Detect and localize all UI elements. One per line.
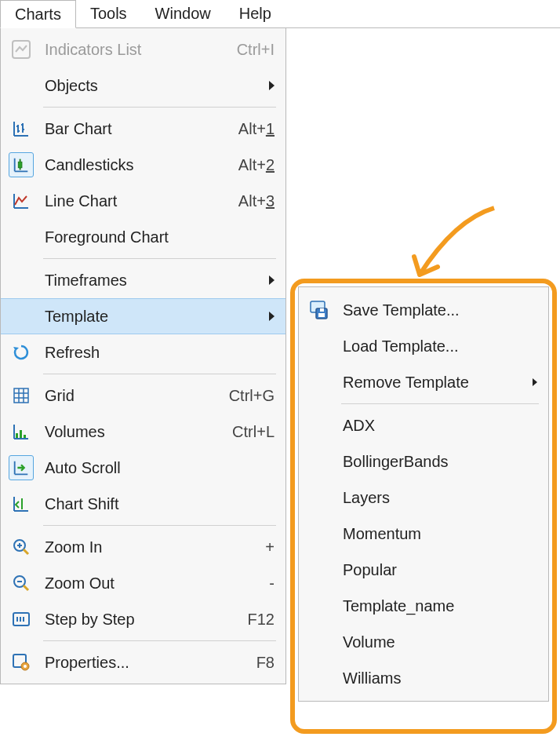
menu-bar-chart[interactable]: Bar Chart Alt+1 (1, 111, 285, 147)
blank-icon (307, 449, 332, 474)
chevron-right-icon (533, 378, 537, 386)
bar-chart-icon (9, 116, 34, 141)
menu-shortcut: - (269, 574, 275, 593)
autoscroll-icon (9, 455, 34, 480)
submenu-label: Momentum (343, 525, 537, 543)
submenu-label: ADX (343, 417, 537, 435)
submenu-separator (341, 403, 539, 404)
step-icon (9, 607, 34, 632)
chartshift-icon (9, 491, 34, 516)
submenu-label: Template_name (343, 597, 537, 615)
menubar-item-help[interactable]: Help (225, 0, 285, 27)
svg-rect-4 (16, 433, 18, 438)
menu-chart-shift[interactable]: Chart Shift (1, 486, 285, 522)
menu-shortcut: Alt+1 (238, 120, 275, 138)
volumes-icon (9, 419, 34, 444)
blank-icon (9, 224, 34, 250)
menu-label: Indicators List (45, 41, 226, 59)
submenu-template-momentum[interactable]: Momentum (299, 516, 548, 552)
menubar-item-charts[interactable]: Charts (0, 0, 76, 28)
submenu-label: Save Template... (343, 301, 537, 319)
menu-label: Timeframes (45, 272, 258, 290)
submenu-remove-template[interactable]: Remove Template (299, 364, 548, 400)
menu-foreground-chart[interactable]: Foreground Chart (1, 219, 285, 255)
menu-label: Chart Shift (45, 495, 275, 513)
menu-label: Foreground Chart (45, 228, 275, 246)
svg-line-8 (24, 549, 28, 554)
blank-icon (9, 304, 34, 329)
menu-candlesticks[interactable]: Candlesticks Alt+2 (1, 147, 285, 183)
menu-label: Grid (45, 387, 218, 405)
menu-label: Objects (45, 77, 258, 95)
menu-step-by-step[interactable]: Step by Step F12 (1, 601, 285, 637)
menu-indicators-list: Indicators List Ctrl+I (1, 31, 285, 67)
properties-icon (9, 650, 34, 675)
submenu-save-template[interactable]: Save Template... (299, 292, 548, 328)
menu-separator (43, 525, 276, 526)
menu-timeframes[interactable]: Timeframes (1, 262, 285, 298)
indicators-icon (9, 37, 34, 62)
svg-rect-5 (20, 430, 22, 438)
submenu-label: Volume (343, 633, 537, 651)
menu-shortcut: F8 (256, 654, 275, 672)
submenu-label: Popular (343, 561, 537, 579)
menu-label: Candlesticks (45, 156, 227, 174)
menu-volumes[interactable]: Volumes Ctrl+L (1, 414, 285, 450)
menu-grid[interactable]: Grid Ctrl+G (1, 377, 285, 414)
blank-icon (307, 413, 332, 438)
submenu-label: Williams (343, 669, 537, 687)
chevron-right-icon (269, 81, 275, 90)
menubar-item-window[interactable]: Window (141, 0, 225, 27)
menu-shortcut: Alt+3 (238, 192, 275, 210)
blank-icon (9, 73, 34, 98)
menu-refresh[interactable]: Refresh (1, 334, 285, 370)
menubar-item-tools[interactable]: Tools (76, 0, 141, 27)
submenu-template-layers[interactable]: Layers (299, 480, 548, 516)
grid-icon (9, 383, 34, 408)
blank-icon (307, 666, 332, 691)
candlestick-icon (9, 152, 34, 177)
submenu-template-name[interactable]: Template_name (299, 588, 548, 624)
submenu-label: Load Template... (343, 337, 537, 356)
submenu-load-template[interactable]: Load Template... (299, 328, 548, 364)
submenu-label: Remove Template (343, 374, 522, 392)
menu-label: Step by Step (45, 611, 237, 629)
menu-line-chart[interactable]: Line Chart Alt+3 (1, 183, 285, 219)
menu-label: Zoom In (45, 538, 254, 556)
menu-label: Zoom Out (45, 574, 258, 593)
chevron-right-icon (269, 312, 275, 321)
blank-icon (307, 370, 332, 395)
menu-objects[interactable]: Objects (1, 67, 285, 104)
menu-auto-scroll[interactable]: Auto Scroll (1, 450, 285, 486)
menubar: Charts Tools Window Help (0, 0, 560, 28)
menu-properties[interactable]: Properties... F8 (1, 644, 285, 680)
menu-label: Refresh (45, 344, 275, 362)
menu-zoom-out[interactable]: Zoom Out - (1, 565, 285, 601)
menu-separator (43, 640, 276, 641)
svg-rect-20 (318, 313, 325, 317)
menu-separator (43, 258, 276, 259)
svg-rect-1 (18, 162, 22, 167)
submenu-template-williams[interactable]: Williams (299, 660, 548, 696)
submenu-label: Layers (343, 489, 537, 507)
blank-icon (9, 268, 34, 293)
submenu-template-popular[interactable]: Popular (299, 552, 548, 588)
menu-label: Bar Chart (45, 120, 227, 138)
charts-dropdown: Indicators List Ctrl+I Objects Bar Chart… (0, 28, 286, 684)
menu-label: Auto Scroll (45, 459, 275, 477)
blank-icon (307, 557, 332, 582)
submenu-template-bollinger[interactable]: BollingerBands (299, 443, 548, 480)
blank-icon (307, 334, 332, 359)
menu-label: Volumes (45, 423, 221, 441)
submenu-template-adx[interactable]: ADX (299, 407, 548, 443)
blank-icon (307, 521, 332, 546)
save-template-icon (307, 297, 332, 323)
menu-zoom-in[interactable]: Zoom In + (1, 529, 285, 565)
menu-label: Template (45, 308, 258, 326)
zoomout-icon (9, 571, 34, 596)
menu-shortcut: Ctrl+G (229, 387, 275, 405)
submenu-template-volume[interactable]: Volume (299, 624, 548, 660)
zoomin-icon (9, 534, 34, 560)
menu-template[interactable]: Template (1, 298, 285, 334)
template-submenu: Save Template... Load Template... Remove… (298, 286, 549, 702)
